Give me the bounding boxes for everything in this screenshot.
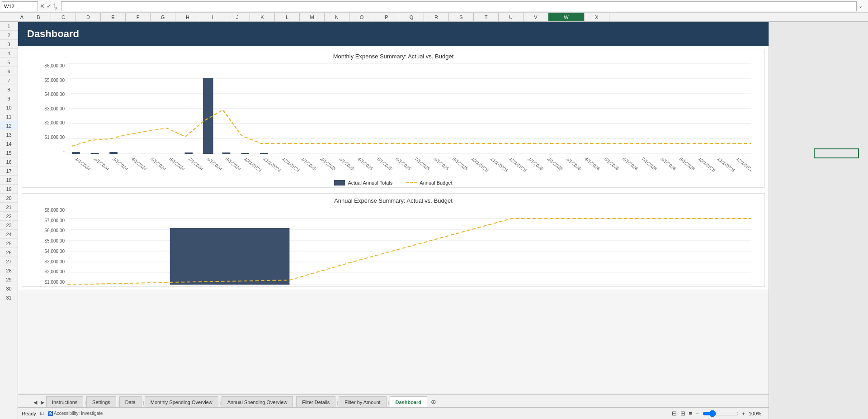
svg-text:1/1/2025: 1/1/2025 xyxy=(300,157,318,171)
col-d[interactable]: D xyxy=(76,13,101,21)
row-27[interactable]: 27 xyxy=(0,257,18,266)
cancel-icon[interactable]: ✕ xyxy=(40,3,45,10)
col-h[interactable]: H xyxy=(175,13,200,21)
row-30[interactable]: 30 xyxy=(0,284,18,293)
annual-y-axis: $8,000.00 $7,000.00 $6,000.00 $5,000.00 … xyxy=(36,208,67,285)
col-u[interactable]: U xyxy=(499,13,524,21)
zoom-in-icon[interactable]: + xyxy=(742,411,745,416)
name-box[interactable]: W12 xyxy=(2,1,38,11)
row-25[interactable]: 25 xyxy=(0,239,18,248)
tab-filter-amount[interactable]: Filter by Amount xyxy=(339,396,386,407)
col-r[interactable]: R xyxy=(424,13,449,21)
col-w[interactable]: W xyxy=(548,13,585,21)
tab-filter-details[interactable]: Filter Details xyxy=(296,396,335,407)
formula-icon[interactable]: fx xyxy=(53,2,57,10)
row-16[interactable]: 16 xyxy=(0,157,18,167)
svg-text:11/1/2024: 11/1/2024 xyxy=(262,157,282,172)
col-m[interactable]: M xyxy=(300,13,325,21)
col-x[interactable]: X xyxy=(585,13,609,21)
status-bar: Ready ⊡ ♿ Accessibility: Investigate ⊟ ⊞… xyxy=(18,407,769,419)
col-s[interactable]: S xyxy=(449,13,474,21)
row-31[interactable]: 31 xyxy=(0,293,18,302)
zoom-slider[interactable] xyxy=(703,410,739,417)
tab-instructions[interactable]: Instructions xyxy=(46,396,83,407)
ready-status: Ready xyxy=(22,411,36,416)
svg-text:4/1/2026: 4/1/2026 xyxy=(583,157,601,171)
add-sheet-icon[interactable]: ⊕ xyxy=(431,398,436,405)
svg-text:7/1/2026: 7/1/2026 xyxy=(640,157,658,171)
row-3[interactable]: 3 xyxy=(0,40,18,49)
confirm-icon[interactable]: ✓ xyxy=(47,3,52,10)
row-18[interactable]: 18 xyxy=(0,176,18,185)
tab-annual-spending[interactable]: Annual Spending Overview xyxy=(222,396,293,407)
tab-next-icon[interactable]: ▶ xyxy=(39,400,46,405)
row-12[interactable]: 12 xyxy=(0,121,18,130)
row-24[interactable]: 24 xyxy=(0,230,18,239)
col-f[interactable]: F xyxy=(126,13,151,21)
row-5[interactable]: 5 xyxy=(0,58,18,67)
legend-budget-label: Annual Budget xyxy=(420,180,452,186)
tab-dashboard[interactable]: Dashboard xyxy=(390,396,427,407)
row-23[interactable]: 23 xyxy=(0,221,18,230)
content-area[interactable]: Dashboard Monthly Expense Summary: Actua… xyxy=(18,22,769,419)
dashboard-header: Dashboard xyxy=(18,22,769,46)
x-axis-labels-area: 1/1/2024 2/1/2024 3/1/2024 4/1/2024 5/1/… xyxy=(70,155,751,177)
tab-settings[interactable]: Settings xyxy=(86,396,116,407)
row-7[interactable]: 7 xyxy=(0,76,18,85)
expand-formula-icon[interactable]: ⌄ xyxy=(859,3,866,9)
zoom-level[interactable]: 100% xyxy=(749,411,765,416)
row-6[interactable]: 6 xyxy=(0,67,18,76)
svg-text:5/1/2026: 5/1/2026 xyxy=(603,157,621,171)
col-a[interactable]: A xyxy=(18,13,26,21)
row-8[interactable]: 8 xyxy=(0,85,18,94)
row-20[interactable]: 20 xyxy=(0,194,18,203)
col-c[interactable]: C xyxy=(51,13,76,21)
svg-rect-8 xyxy=(91,153,99,154)
row-19[interactable]: 19 xyxy=(0,185,18,194)
col-k[interactable]: K xyxy=(250,13,275,21)
row-9[interactable]: 9 xyxy=(0,94,18,103)
tab-monthly-spending[interactable]: Monthly Spending Overview xyxy=(145,396,218,407)
row-11[interactable]: 11 xyxy=(0,112,18,121)
row-22[interactable]: 22 xyxy=(0,212,18,221)
row-28[interactable]: 28 xyxy=(0,266,18,275)
col-v[interactable]: V xyxy=(524,13,548,21)
selected-cell-w12[interactable] xyxy=(814,148,859,158)
col-e[interactable]: E xyxy=(101,13,126,21)
row-14[interactable]: 14 xyxy=(0,139,18,148)
formula-input[interactable] xyxy=(61,1,857,11)
svg-rect-7 xyxy=(72,152,80,154)
row-4[interactable]: 4 xyxy=(0,49,18,58)
col-p[interactable]: P xyxy=(374,13,399,21)
page-layout-icon[interactable]: ⊞ xyxy=(680,410,685,417)
col-j[interactable]: J xyxy=(225,13,250,21)
tab-prev-icon[interactable]: ◀ xyxy=(32,400,39,405)
col-i[interactable]: I xyxy=(200,13,225,21)
svg-rect-10 xyxy=(185,152,193,154)
tab-data[interactable]: Data xyxy=(119,396,142,407)
col-o[interactable]: O xyxy=(349,13,374,21)
col-g[interactable]: G xyxy=(151,13,175,21)
svg-text:7/1/2024: 7/1/2024 xyxy=(187,157,205,171)
col-b[interactable]: B xyxy=(26,13,51,21)
row-13[interactable]: 13 xyxy=(0,130,18,139)
row-2[interactable]: 2 xyxy=(0,31,18,40)
row-17[interactable]: 17 xyxy=(0,167,18,176)
right-sidebar xyxy=(769,22,868,419)
normal-view-icon[interactable]: ⊟ xyxy=(672,410,677,417)
page-break-icon[interactable]: ≡ xyxy=(689,410,693,417)
row-1[interactable]: 1 xyxy=(0,22,18,31)
row-21[interactable]: 21 xyxy=(0,203,18,212)
col-t[interactable]: T xyxy=(474,13,499,21)
svg-text:2/1/2024: 2/1/2024 xyxy=(93,157,111,171)
col-n[interactable]: N xyxy=(325,13,349,21)
col-l[interactable]: L xyxy=(275,13,300,21)
row-10[interactable]: 10 xyxy=(0,103,18,112)
row-26[interactable]: 26 xyxy=(0,248,18,257)
zoom-out-icon[interactable]: − xyxy=(696,411,698,416)
col-q[interactable]: Q xyxy=(399,13,424,21)
accessibility-status[interactable]: ♿ Accessibility: Investigate xyxy=(47,411,103,416)
row-15[interactable]: 15 xyxy=(0,148,18,157)
svg-text:11/1/2025: 11/1/2025 xyxy=(489,157,509,172)
row-29[interactable]: 29 xyxy=(0,275,18,284)
